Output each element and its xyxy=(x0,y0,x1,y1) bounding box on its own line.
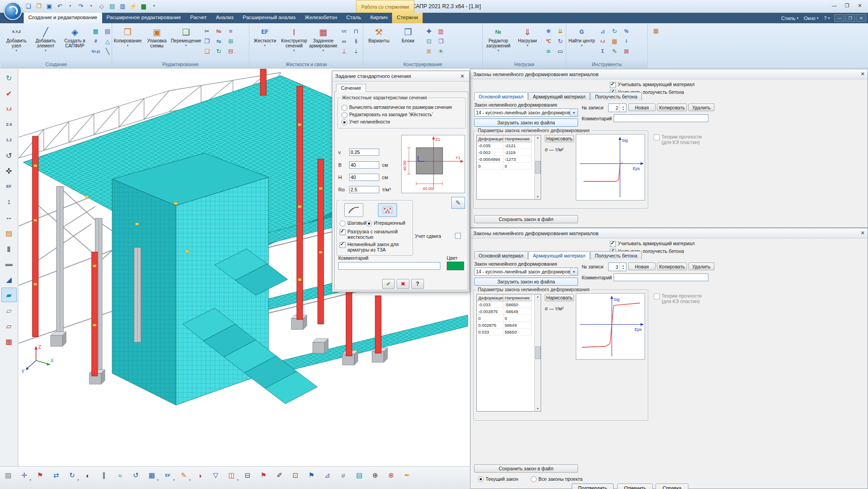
plate-mesh-icon[interactable]: ▦ xyxy=(90,26,101,36)
b-input[interactable] xyxy=(349,161,379,169)
tab-creation-editing[interactable]: Создание и редактирование xyxy=(24,13,102,23)
law-combo[interactable]: 14 - кусочно-линейный закон деформирован… xyxy=(474,108,578,117)
radio-current-law[interactable]: Текущий закон xyxy=(478,476,518,482)
tab-bars[interactable]: Стержни xyxy=(392,13,423,23)
loads-button[interactable]: ⇓Нагрузки▾ xyxy=(513,25,542,61)
radio-edit-stiffness-tab[interactable]: Редактировать на закладке 'Жёсткость' xyxy=(341,112,433,118)
flags-icon[interactable]: ⚑ xyxy=(33,468,47,482)
mark-check-tool-icon[interactable]: ✔ xyxy=(1,86,17,101)
flag-blue-icon[interactable]: ⚑ xyxy=(304,468,319,482)
law-combo[interactable]: 14 - кусочно-линейный закон деформирован… xyxy=(474,268,578,276)
tab-rebar-material[interactable]: Армирующий материал xyxy=(528,92,590,100)
help-button[interactable]: ? xyxy=(411,279,424,289)
releases-icon[interactable]: ⇣ xyxy=(351,46,362,56)
paste-icon[interactable]: ❏ xyxy=(202,46,212,56)
mini-grid-icon[interactable]: # xyxy=(336,468,351,482)
mesh-plate-tool-icon[interactable]: ▦ xyxy=(1,334,17,349)
window-menu[interactable]: Окно▾ xyxy=(801,15,821,21)
table-row[interactable]: -0.033-58650 xyxy=(477,301,541,308)
flash-icon[interactable]: ⚡ xyxy=(129,1,138,10)
panel-close-icon[interactable]: ✕ xyxy=(861,230,865,236)
scroll-down-icon[interactable]: ▾ xyxy=(537,195,539,199)
spinner-arrows-icon[interactable]: ▴▾ xyxy=(620,263,626,271)
column-header-strain[interactable]: Деформация xyxy=(477,294,503,301)
strip-load-icon[interactable]: ▭ xyxy=(555,46,566,56)
measure-12-icon[interactable]: 1,2 xyxy=(597,36,608,46)
v-input[interactable] xyxy=(349,149,379,156)
tab-calculation[interactable]: Расчет xyxy=(186,13,212,23)
draw-button[interactable]: Нарисовать xyxy=(545,294,574,301)
rigid-links-icon[interactable]: ⊓ xyxy=(351,26,362,36)
tab-main-material[interactable]: Основной материал xyxy=(474,92,528,100)
save-law-button[interactable]: Сохранить закон в файл xyxy=(474,464,578,473)
fragment-window-icon[interactable]: ◫▾ xyxy=(224,468,239,482)
table-icon[interactable]: ▦ xyxy=(609,36,620,46)
mdi-close-icon[interactable]: ✕ xyxy=(856,14,866,22)
ro-input[interactable] xyxy=(349,186,379,193)
stairs-icon[interactable]: ≣ xyxy=(424,46,434,56)
frame-generator-icon[interactable]: # xyxy=(90,36,101,46)
parallel-view-icon[interactable]: ∥ xyxy=(97,468,111,482)
stiffness-button[interactable]: EFЖесткости▾ xyxy=(250,25,279,61)
chart-icon[interactable]: ▆ xyxy=(139,1,148,10)
temperature-load-icon[interactable]: ℃ xyxy=(543,36,554,46)
radio-step-method[interactable]: Шаговый xyxy=(340,221,367,226)
radio-auto-compute[interactable]: Вычислять автоматически по размерам сече… xyxy=(341,105,452,111)
tab-main-material[interactable]: Основной материал xyxy=(474,251,528,259)
mdi-minimize-icon[interactable]: — xyxy=(834,14,844,22)
copy-small-icon[interactable]: ❐ xyxy=(202,36,212,46)
close-icon[interactable]: ✕ xyxy=(853,1,866,10)
table-row[interactable]: -0.0004894-1273 xyxy=(477,156,541,163)
tab-advanced-editing[interactable]: Расширенное редактирование xyxy=(102,13,186,23)
column-header-stress[interactable]: Напряжение xyxy=(503,294,532,301)
hinges-icon[interactable]: ∞ xyxy=(339,36,350,46)
consider-rebar-checkbox[interactable]: Учитывать армирующий материал xyxy=(610,241,695,247)
blocks-button[interactable]: ❒Блоки xyxy=(393,25,423,61)
comment-input[interactable] xyxy=(614,114,708,122)
style-menu[interactable]: Стиль▾ xyxy=(778,15,801,21)
edit-section-button[interactable]: ✎ xyxy=(451,197,465,209)
add-block-icon[interactable]: ✚ xyxy=(424,26,434,36)
note-icon[interactable]: ✎ xyxy=(609,46,620,56)
snow-load-icon[interactable]: ❄ xyxy=(543,26,554,36)
renumber-icon[interactable]: № xyxy=(213,26,224,36)
selection-box-icon[interactable]: ⊡ xyxy=(288,468,303,482)
spring-icon[interactable]: § xyxy=(351,36,362,46)
wall-tool-icon[interactable]: ▱ xyxy=(1,303,17,318)
column-tool-icon[interactable]: ▮ xyxy=(1,241,17,256)
step-method-button[interactable] xyxy=(344,203,363,217)
ef-view-icon[interactable]: EF▾ xyxy=(160,468,175,482)
record-spinner[interactable]: 2 ▴▾ xyxy=(608,103,626,112)
flag-mark-icon[interactable]: ⚑ xyxy=(256,468,271,482)
shear-checkbox[interactable] xyxy=(455,233,461,239)
table-row[interactable]: -0.002-2119 xyxy=(477,149,541,156)
combo-arrow-icon[interactable]: ▾ xyxy=(570,268,578,275)
pressure-load-icon[interactable]: ⇊ xyxy=(555,26,566,36)
scroll-thumb[interactable] xyxy=(535,161,541,174)
copy-block-icon[interactable]: ❒ xyxy=(435,36,446,46)
mdi-restore-icon[interactable]: ❐ xyxy=(845,14,855,22)
copy-button[interactable]: ❐Копирование▾ xyxy=(113,25,142,61)
table-row[interactable]: 0.00287558649 xyxy=(477,322,541,329)
section-cut-icon[interactable]: ⊟ xyxy=(240,468,255,482)
record-spinner[interactable]: 3 ▴▾ xyxy=(608,263,626,271)
variants-button[interactable]: ⚒Варианты xyxy=(364,25,393,61)
copy-record-button[interactable]: Копировать xyxy=(657,103,687,111)
tab-analysis[interactable]: Анализ xyxy=(212,13,238,23)
eraser-icon[interactable]: ⊠ xyxy=(621,46,632,56)
book-icon[interactable]: ▥ xyxy=(118,1,127,10)
zoom-window-icon[interactable]: ⊕ xyxy=(368,468,382,482)
dialog-close-icon[interactable]: ✕ xyxy=(458,73,466,79)
shell-tool-icon[interactable]: ▰ xyxy=(1,288,17,302)
layers-icon[interactable]: ▤ xyxy=(108,1,117,10)
scroll-up-icon[interactable]: ▴ xyxy=(537,295,539,299)
unload-initial-stiffness-checkbox[interactable]: Разгрузка с начальной жесткостью xyxy=(340,229,409,240)
load-law-button[interactable]: Загрузить закон из файла xyxy=(474,278,578,286)
mirror-icon[interactable]: ⇋ xyxy=(213,36,224,46)
rotate-cw-tool-icon[interactable]: ↻ xyxy=(1,71,17,85)
tab-concrete-creep[interactable]: Ползучесть бетона xyxy=(590,251,642,259)
lira-logo[interactable] xyxy=(4,2,22,20)
table-scrollbar[interactable]: ▴▾ xyxy=(534,135,541,199)
customize-toolbar-icon[interactable]: ▾ xyxy=(150,1,159,10)
panel-title-bar[interactable]: Законы нелинейного деформирования матери… xyxy=(470,228,868,238)
